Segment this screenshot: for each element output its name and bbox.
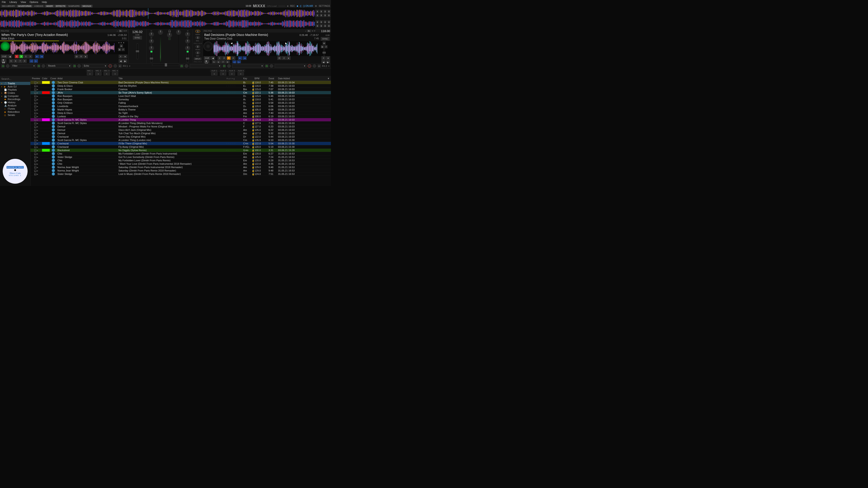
col-duration[interactable]: Durat bbox=[268, 77, 277, 80]
deck1-key-controls[interactable]: ▾ ⟳ bbox=[124, 30, 127, 32]
preview-play-icon[interactable]: 🎧 bbox=[34, 146, 37, 148]
bpm-lock-icon[interactable]: 🔒 bbox=[251, 98, 254, 101]
preview-play-icon[interactable]: 🎧 bbox=[34, 142, 37, 145]
bpm-lock-icon[interactable]: 🔒 bbox=[251, 108, 254, 111]
preview-play-icon[interactable]: 🎧 bbox=[34, 85, 37, 87]
track-row[interactable]: 🎧▸ Martin Hayes Bobby's Theme Am 🔒 105.0… bbox=[31, 108, 331, 111]
aux-2-enable[interactable]: + bbox=[220, 72, 226, 75]
preview-play-icon[interactable]: 🎧 bbox=[34, 88, 37, 91]
ch2-volume[interactable] bbox=[187, 53, 188, 63]
toolbar-waveforms[interactable]: WAVEFORMS bbox=[17, 5, 33, 7]
toolbar-samplers[interactable]: SAMPLERS bbox=[67, 5, 81, 7]
bpm-lock-icon[interactable]: 🔒 bbox=[251, 149, 254, 152]
deck1-hotcue-8[interactable]: 8 bbox=[23, 59, 27, 63]
track-rating[interactable]: · · · · · bbox=[226, 81, 240, 84]
library-rows[interactable]: 🎧▸ Two Door Cinema Club Bad Decisions (P… bbox=[31, 81, 331, 186]
deck1-beatjump-size[interactable]: 4 bbox=[119, 55, 123, 58]
ch2-eq-mid[interactable] bbox=[185, 39, 190, 43]
ch1-eq-mid[interactable] bbox=[149, 39, 154, 43]
track-row[interactable]: 🎧▸ Demuir Yuh Chat Too Much (Original Mi… bbox=[31, 132, 331, 135]
fx2-slot3-power[interactable]: ⏻ bbox=[265, 64, 268, 68]
fx2-slot2-power[interactable]: ⏻ bbox=[223, 64, 226, 68]
bpm-lock-icon[interactable]: 🔒 bbox=[251, 105, 254, 108]
settings-label[interactable]: SETTINGS bbox=[319, 5, 330, 7]
preview-play-icon[interactable]: 🎧 bbox=[34, 92, 37, 94]
bpm-lock-icon[interactable]: 🔒 bbox=[251, 119, 254, 121]
track-row[interactable]: 🎧▸ Lovebirds Donwanchooback D♭ 🔒 120.0 6… bbox=[31, 105, 331, 108]
col-cover[interactable]: Cover bbox=[50, 77, 57, 80]
bpm-lock-icon[interactable]: 🔒 bbox=[251, 111, 254, 115]
preview-play-icon[interactable]: 🎧 bbox=[34, 105, 37, 107]
deck1-slip[interactable]: ↺ bbox=[122, 48, 125, 51]
bpm-lock-icon[interactable]: 🔒 bbox=[251, 145, 254, 149]
playhead-deck1[interactable] bbox=[148, 8, 148, 19]
deck2-loop-toggle[interactable]: ⟳ bbox=[277, 56, 281, 60]
head-mix[interactable] bbox=[195, 51, 200, 54]
deck1-loop-in[interactable]: ⇤ bbox=[35, 55, 39, 58]
deck2-cue-button[interactable]: CUE bbox=[204, 56, 211, 60]
toolbar-mixer[interactable]: MIXER bbox=[45, 5, 54, 7]
preview-play-icon[interactable]: 🎧 bbox=[34, 156, 37, 158]
track-row[interactable]: 🎧▸ Sister Sledge Lost In Music (Dimitri … bbox=[31, 172, 331, 176]
deck1-rate-slider[interactable] bbox=[137, 43, 138, 59]
bpm-lock-icon[interactable]: 🔒 bbox=[251, 129, 254, 131]
library-header[interactable]: Preview Color Cover Artist Title Rating … bbox=[31, 76, 331, 81]
balance[interactable] bbox=[195, 36, 200, 39]
overview-deck2[interactable] bbox=[0, 19, 315, 29]
menu-help[interactable]: Help bbox=[42, 1, 47, 3]
aux-2-label[interactable]: AUX 2 bbox=[219, 69, 227, 72]
ch1-pfl[interactable] bbox=[150, 51, 153, 53]
track-rating[interactable]: · · · · · bbox=[226, 149, 240, 151]
tree-computer[interactable]: ▸💻Computer bbox=[0, 94, 30, 98]
bpm-lock-icon[interactable]: 🔒 bbox=[251, 115, 254, 118]
deck2-loop-half[interactable]: ▾ bbox=[286, 56, 290, 60]
fx1-slot3-meta[interactable] bbox=[77, 64, 81, 68]
preview-play-icon[interactable]: 🎧 bbox=[34, 112, 37, 114]
fx1-super[interactable] bbox=[108, 64, 112, 68]
crossfader[interactable] bbox=[152, 64, 179, 66]
bpm-lock-icon[interactable]: 🔒 bbox=[251, 169, 254, 172]
deck1-hotcue-3[interactable]: 3 bbox=[24, 55, 28, 58]
deck1-hotcue-4[interactable]: 4 bbox=[28, 55, 32, 58]
ch1-gain[interactable] bbox=[158, 30, 163, 35]
bpm-lock-icon[interactable]: 🔒 bbox=[251, 152, 254, 155]
preview-play-icon[interactable]: 🎧 bbox=[34, 115, 37, 118]
deck1-cue-prev[interactable]: ◀ bbox=[8, 55, 12, 58]
ovs1-btn-7[interactable]: ▮ bbox=[327, 14, 331, 17]
deck1-play-button[interactable]: ▶ ▮▮ bbox=[1, 59, 6, 63]
tree-rekordbox[interactable]: ◉Rekordbox bbox=[0, 110, 30, 113]
track-color-chip[interactable] bbox=[42, 81, 50, 84]
deck1-hotcue-1[interactable]: 1 bbox=[15, 55, 19, 58]
preview-play-icon[interactable]: 🎧 bbox=[34, 135, 37, 138]
track-rating[interactable]: · · · · · bbox=[226, 92, 240, 94]
deck1-hotcue-7[interactable]: 7 bbox=[18, 59, 22, 63]
bpm-lock-icon[interactable]: 🔒 bbox=[251, 159, 254, 162]
deck1-hotcue-2[interactable]: 2 bbox=[19, 55, 23, 58]
preview-play-icon[interactable]: 🎧 bbox=[34, 169, 37, 172]
col-color[interactable]: Color bbox=[41, 77, 50, 80]
preview-play-icon[interactable]: 🎧 bbox=[34, 159, 37, 162]
tree-analyze[interactable]: 🔬Analyze bbox=[0, 104, 30, 107]
fx1-slot1-select[interactable]: Filter bbox=[11, 64, 36, 68]
ovs1-btn-0[interactable]: ▮ bbox=[316, 10, 319, 13]
ch2-eq-low[interactable] bbox=[185, 46, 190, 51]
aux-3-label[interactable]: AUX 3 bbox=[228, 69, 236, 72]
library-tree[interactable]: ▸🎵Tracks▸▶Auto DJ📄Playlists▸📦Crates▸💻Com… bbox=[0, 81, 30, 157]
toolbar-4-decks[interactable]: 4 DECKS bbox=[33, 5, 44, 7]
deck1-loop-half[interactable]: ▾ bbox=[84, 55, 88, 58]
onair-indicator[interactable] bbox=[297, 5, 298, 7]
fx1-slot2-select[interactable]: Reverb bbox=[46, 64, 71, 68]
col-bpm[interactable]: BPM bbox=[254, 77, 265, 80]
deck1-waveform[interactable] bbox=[10, 41, 115, 54]
fx2-slot2-meta[interactable] bbox=[227, 64, 231, 68]
ovs2-btn-5[interactable]: ▮ bbox=[320, 24, 323, 27]
deck2-rate-slider[interactable] bbox=[323, 49, 325, 56]
track-row[interactable]: 🎧▸ Only Children Falling D♭ 🔒 110.0 5:58… bbox=[31, 101, 331, 105]
track-color-chip[interactable] bbox=[42, 149, 50, 152]
fx2-slot1-meta[interactable] bbox=[185, 64, 188, 68]
deck1-key-menu-icon[interactable]: ♪ bbox=[117, 30, 118, 32]
ovs1-btn-2[interactable]: ▮ bbox=[323, 10, 327, 13]
mic-1-enable[interactable]: + bbox=[87, 72, 93, 75]
deck1-beatjump-menu[interactable]: ▾ bbox=[123, 55, 127, 58]
ovs2-btn-6[interactable]: ▮ bbox=[323, 24, 327, 27]
